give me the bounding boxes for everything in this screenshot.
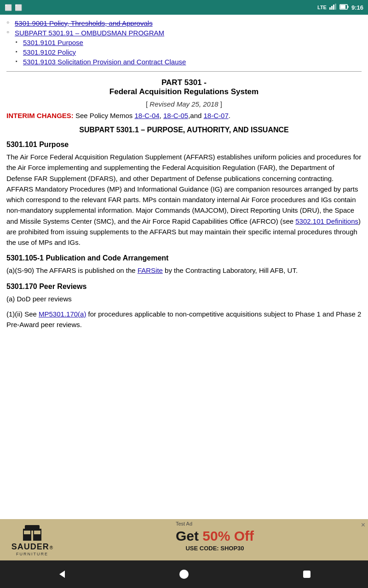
recents-button[interactable] bbox=[295, 565, 318, 583]
svg-rect-3 bbox=[335, 4, 336, 10]
section-5301101-heading: 5301.101 Purpose bbox=[6, 141, 362, 149]
svg-rect-2 bbox=[333, 5, 334, 10]
svg-marker-12 bbox=[59, 571, 65, 578]
nav-link-9102[interactable]: 5301.9102 Policy bbox=[23, 48, 76, 56]
svg-rect-6 bbox=[340, 5, 345, 9]
part-heading: PART 5301 - Federal Acquisition Regulati… bbox=[6, 78, 362, 96]
interim-link-c07[interactable]: 18-C-07 bbox=[204, 112, 229, 119]
section-divider bbox=[6, 71, 362, 72]
interim-changes: INTERIM CHANGES: See Policy Memos 18-C-0… bbox=[6, 112, 362, 119]
signal-bars-icon bbox=[329, 4, 337, 11]
interim-link-c05[interactable]: 18-C-05 bbox=[163, 112, 188, 119]
subpart-1-heading: SUBPART 5301.1 – PURPOSE, AUTHORITY, AND… bbox=[6, 126, 362, 134]
svg-rect-10 bbox=[24, 531, 30, 534]
section-5301101-body: The Air Force Federal Acquisition Regula… bbox=[6, 152, 362, 248]
interim-intro: See Policy Memos bbox=[75, 112, 134, 119]
back-button[interactable] bbox=[50, 565, 73, 583]
nav-item-9103: 5301.9103 Solicitation Provision and Con… bbox=[6, 58, 362, 66]
ad-close-icon[interactable]: × bbox=[361, 521, 365, 529]
ad-logo-sub: ® bbox=[50, 545, 53, 550]
ad-headline: Get 50% Off bbox=[66, 528, 363, 544]
nav-item-9101: 5301.9101 Purpose bbox=[6, 39, 362, 46]
ad-code: USE CODE: SHOP30 bbox=[66, 545, 363, 552]
svg-rect-0 bbox=[329, 7, 331, 10]
svg-rect-5 bbox=[347, 6, 348, 8]
nav-link-subpart91[interactable]: SUBPART 5301.91 – OMBUDSMAN PROGRAM bbox=[15, 29, 164, 37]
status-bar-right: LTE 9:16 bbox=[317, 4, 363, 11]
ad-content: Get 50% Off USE CODE: SHOP30 bbox=[66, 528, 363, 552]
ad-logo-icon bbox=[21, 524, 43, 542]
status-bar: ⬜ ⬜ LTE 9:16 bbox=[0, 0, 368, 15]
nav-list: 5301.9001 Policy, Thresholds, and Approv… bbox=[6, 19, 362, 66]
android-nav-bar bbox=[0, 560, 368, 588]
android-icon: ⬜ bbox=[5, 4, 12, 11]
section-5301105-body: (a)(S-90) The AFFARS is published on the… bbox=[6, 265, 362, 276]
nav-item-subpart91: SUBPART 5301.91 – OMBUDSMAN PROGRAM bbox=[6, 29, 362, 37]
nav-item-9102: 5301.9102 Policy bbox=[6, 48, 362, 56]
home-button[interactable] bbox=[172, 565, 196, 583]
interim-link-c04[interactable]: 18-C-04 bbox=[134, 112, 159, 119]
section-5301170-para1: (a) DoD peer reviews bbox=[6, 294, 362, 304]
svg-rect-11 bbox=[34, 531, 40, 534]
status-bar-left: ⬜ ⬜ bbox=[5, 4, 22, 11]
ad-logo-tagline: FURNITURE bbox=[16, 552, 48, 556]
mp5301170a-link[interactable]: MP5301.170(a) bbox=[39, 310, 86, 318]
ad-logo-text: SAUDER bbox=[12, 542, 49, 552]
main-content: 5301.9001 Policy, Thresholds, and Approv… bbox=[0, 15, 368, 519]
revised-date: [ Revised May 25, 2018 ] bbox=[6, 100, 362, 108]
ad-logo: SAUDER® FURNITURE bbox=[5, 524, 60, 556]
definitions-link[interactable]: 5302.101 Definitions bbox=[295, 217, 358, 225]
nav-item-policy: 5301.9001 Policy, Thresholds, and Approv… bbox=[6, 19, 362, 27]
app-icon: ⬜ bbox=[15, 4, 22, 11]
signal-icon: LTE bbox=[317, 5, 327, 10]
time-display: 9:16 bbox=[351, 4, 363, 11]
part-title: PART 5301 - bbox=[6, 78, 362, 87]
svg-rect-1 bbox=[331, 6, 333, 10]
ad-banner[interactable]: Test Ad SAUDER® FURNITURE Get 50% Off US… bbox=[0, 519, 368, 560]
svg-rect-14 bbox=[304, 571, 310, 577]
nav-link-9101[interactable]: 5301.9101 Purpose bbox=[23, 39, 83, 46]
section-5301105-heading: 5301.105-1 Publication and Code Arrangem… bbox=[6, 254, 362, 262]
farsite-link[interactable]: FARSite bbox=[138, 266, 163, 274]
nav-link-policy[interactable]: 5301.9001 Policy, Thresholds, and Approv… bbox=[15, 19, 153, 27]
svg-rect-9 bbox=[25, 525, 40, 531]
section-5301170-heading: 5301.170 Peer Reviews bbox=[6, 283, 362, 291]
nav-link-9103[interactable]: 5301.9103 Solicitation Provision and Con… bbox=[23, 58, 186, 66]
ad-label: Test Ad bbox=[174, 521, 194, 526]
part-subtitle: Federal Acquisition Regulations System bbox=[6, 87, 362, 96]
battery-icon bbox=[339, 4, 349, 11]
interim-label: INTERIM CHANGES: bbox=[6, 112, 74, 119]
section-5301170-para2: (1)(ii) See MP5301.170(a) for procedures… bbox=[6, 309, 362, 330]
svg-point-13 bbox=[180, 570, 188, 578]
